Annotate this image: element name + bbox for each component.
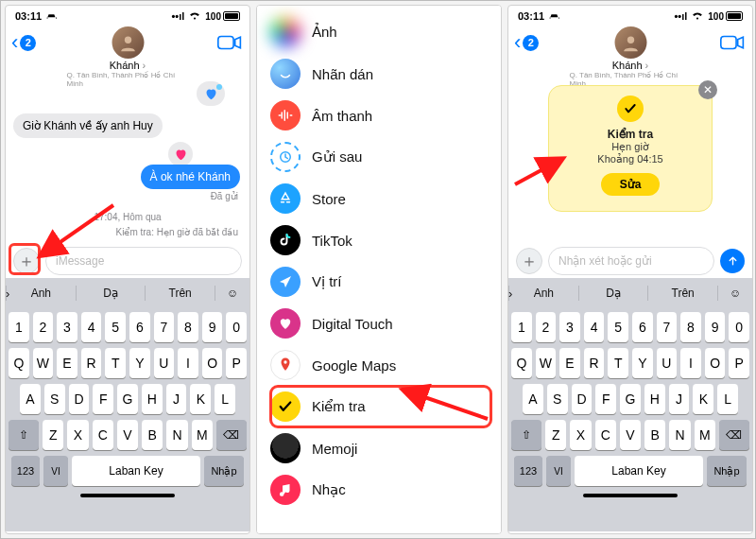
backspace-key[interactable]: ⌫ <box>719 420 749 450</box>
prediction-bar: › Anh Dạ Trên ☺ <box>6 278 249 308</box>
stickers-icon <box>270 59 301 89</box>
chat-body: ✕ Kiểm tra Hẹn giờ Khoảng 04:15 Sửa <box>508 78 752 244</box>
check-in-card[interactable]: ✕ Kiểm tra Hẹn giờ Khoảng 04:15 Sửa <box>548 85 713 212</box>
edit-button[interactable]: Sửa <box>601 173 661 196</box>
lang-key[interactable]: VI <box>43 456 68 486</box>
unread-badge: 2 <box>20 35 36 51</box>
menu-item-audio[interactable]: Âm thanh <box>270 95 491 136</box>
phone-screen-1: 03:11 ••ıl 100 ‹ 2 Khánh <box>5 5 250 534</box>
svg-point-3 <box>284 360 286 363</box>
menu-item-memoji[interactable]: Memoji <box>270 427 491 469</box>
audio-icon <box>270 100 301 130</box>
apps-plus-button[interactable]: ＋ <box>13 248 40 274</box>
svg-point-0 <box>124 37 130 43</box>
clock-icon <box>270 142 301 172</box>
battery-indicator: 100 <box>708 11 743 22</box>
home-indicator[interactable] <box>6 486 249 505</box>
menu-item-stickers[interactable]: Nhãn dán <box>270 53 491 95</box>
msg-status: Đã gửi <box>211 191 238 201</box>
memoji-icon <box>270 433 301 463</box>
card-sub2: Khoảng 04:15 <box>597 153 662 165</box>
phone-screen-3: 03:11 ••ıl 100 ‹ 2 Khánh <box>507 5 753 534</box>
message-field[interactable]: Nhận xét hoặc gửi <box>548 247 714 275</box>
prediction-3[interactable]: Trên <box>146 287 215 300</box>
unread-badge: 2 <box>523 35 539 51</box>
kb-row-2: ASDFGHJKL <box>9 384 247 414</box>
appstore-icon <box>270 183 301 214</box>
check-icon <box>617 96 644 122</box>
return-key[interactable]: Nhập <box>204 456 244 486</box>
menu-item-google-maps[interactable]: Google Maps <box>270 344 491 386</box>
emoji-key[interactable]: ☺ <box>215 287 249 300</box>
send-button[interactable] <box>720 249 745 273</box>
home-indicator[interactable] <box>508 486 752 505</box>
menu-item-tiktok[interactable]: TikTok <box>270 219 491 261</box>
kb-row-3: ⇧ ZXCVBNM ⌫ <box>9 420 247 450</box>
space-key[interactable]: Laban Key <box>72 456 200 486</box>
battery-indicator: 100 <box>205 11 240 22</box>
close-icon[interactable]: ✕ <box>698 80 717 99</box>
wifi-icon <box>188 11 201 21</box>
chat-body: Giờ Khánh về ấy anh Huy À ok nhé Khánh Đ… <box>6 78 249 244</box>
menu-item-photos[interactable]: Ảnh <box>270 11 491 53</box>
reaction-pink-heart[interactable] <box>168 142 193 166</box>
message-field[interactable]: iMessage <box>45 247 242 275</box>
input-row: ＋ Nhận xét hoặc gửi <box>508 244 752 278</box>
incoming-msg[interactable]: Giờ Khánh về ấy anh Huy <box>13 113 163 138</box>
music-icon <box>270 475 301 505</box>
kb-row-nums: 1234567890 <box>9 312 247 342</box>
back-button[interactable]: ‹ 2 <box>514 34 539 51</box>
menu-item-location[interactable]: Vị trí <box>270 261 491 303</box>
menu-item-digital-touch[interactable]: Digital Touch <box>270 303 491 344</box>
google-maps-icon <box>270 350 301 380</box>
chevron-left-icon: ‹ <box>11 34 18 51</box>
card-title: Kiểm tra <box>608 128 653 141</box>
status-bar: 03:11 ••ıl 100 <box>508 6 752 26</box>
menu-item-store[interactable]: Store <box>270 178 491 219</box>
digital-touch-icon <box>270 308 301 339</box>
signal-icon: ••ıl <box>171 10 184 22</box>
avatar <box>112 26 144 59</box>
car-icon <box>548 11 561 21</box>
kb-row-bottom: 123 VI Laban Key Nhập <box>9 456 247 486</box>
shift-key[interactable]: ⇧ <box>511 420 541 450</box>
menu-item-send-later[interactable]: Gửi sau <box>270 136 491 178</box>
photos-icon <box>270 17 301 47</box>
prediction-1[interactable]: Anh <box>7 287 76 300</box>
menu-item-check-in[interactable]: Kiểm tra <box>270 386 491 427</box>
menu-item-music[interactable]: Nhạc <box>270 469 491 511</box>
tiktok-icon <box>270 225 301 255</box>
facetime-button[interactable] <box>217 34 242 55</box>
status-bar: 03:11 ••ıl 100 <box>6 6 249 26</box>
prediction-bar: › Anh Dạ Trên ☺ <box>508 278 752 308</box>
reaction-heart-msg[interactable] <box>197 81 225 106</box>
card-sub1: Hẹn giờ <box>611 141 649 153</box>
wifi-icon <box>691 11 704 21</box>
backspace-key[interactable]: ⌫ <box>216 420 247 450</box>
avatar <box>614 26 646 59</box>
chat-header: ‹ 2 Khánh Q. Tân Bình, Thành Phố Hồ Chí … <box>508 26 752 78</box>
svg-rect-5 <box>721 37 736 49</box>
checkin-status-line: Kiểm tra: Hẹn giờ đã bắt đầu <box>116 227 239 237</box>
check-in-icon <box>270 391 301 422</box>
back-button[interactable]: ‹ 2 <box>11 34 36 51</box>
phone-screen-2: Ảnh Nhãn dán Âm thanh Gửi sau <box>256 5 502 534</box>
car-icon <box>45 11 59 21</box>
statusbar-time: 03:11 <box>518 10 544 22</box>
emoji-key[interactable]: ☺ <box>718 287 752 300</box>
kb-row-1: QWERTYUIOP <box>9 348 247 378</box>
apps-plus-button[interactable]: ＋ <box>516 248 542 274</box>
statusbar-time: 03:11 <box>15 10 42 22</box>
chat-header: ‹ 2 Khánh Q. Tân Bình, Thành Phố Hồ Chí … <box>6 26 249 78</box>
signal-icon: ••ıl <box>674 10 687 22</box>
outgoing-msg[interactable]: À ok nhé Khánh <box>141 165 240 189</box>
apps-menu: Ảnh Nhãn dán Âm thanh Gửi sau <box>257 6 501 533</box>
location-icon <box>270 267 301 297</box>
numeric-key[interactable]: 123 <box>11 456 40 486</box>
chevron-left-icon: ‹ <box>514 34 521 51</box>
svg-rect-1 <box>218 37 233 49</box>
facetime-button[interactable] <box>720 34 745 55</box>
shift-key[interactable]: ⇧ <box>9 420 39 450</box>
prediction-2[interactable]: Dạ <box>77 287 146 300</box>
input-row: ＋ iMessage <box>6 244 249 278</box>
